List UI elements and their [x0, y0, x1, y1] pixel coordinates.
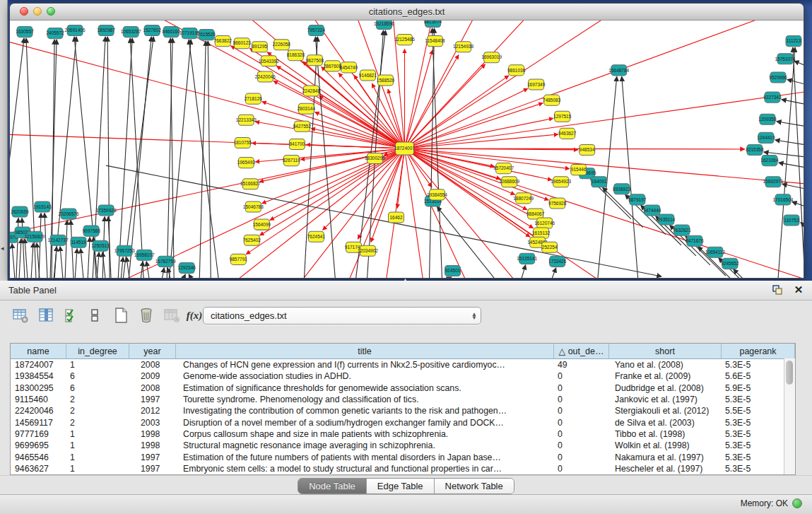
teal-node[interactable]: 16648784: [608, 65, 629, 76]
yellow-node[interactable]: 9146821: [359, 70, 377, 81]
table-vertical-scrollbar[interactable]: [784, 358, 795, 474]
yellow-node[interactable]: 11548408: [425, 36, 445, 47]
yellow-node[interactable]: 9756928: [548, 198, 567, 209]
yellow-node[interactable]: 10543392: [259, 56, 279, 66]
teal-node[interactable]: 9474444: [643, 205, 661, 216]
table-row[interactable]: 911546021997Tourette syndrome. Phenomeno…: [11, 394, 795, 405]
tab-edge-table[interactable]: Edge Table: [367, 479, 435, 493]
yellow-node[interactable]: 948534: [579, 144, 595, 155]
teal-node[interactable]: 1527602: [143, 25, 162, 36]
panel-collapse-arrow-icon[interactable]: ◂: [1, 245, 4, 252]
function-builder-icon[interactable]: f(x): [185, 306, 204, 325]
teal-node[interactable]: 1733426: [548, 256, 567, 267]
yellow-node[interactable]: 12213343: [236, 115, 257, 125]
teal-node[interactable]: 1292346: [178, 262, 196, 273]
yellow-node[interactable]: 9827508: [306, 55, 324, 66]
yellow-node[interactable]: 15720407: [493, 163, 514, 174]
yellow-node[interactable]: 1697349: [527, 79, 546, 90]
teal-node[interactable]: 164091: [592, 177, 607, 187]
teal-node[interactable]: 1630557: [16, 27, 34, 37]
teal-node[interactable]: 20206576: [59, 209, 79, 219]
yellow-node[interactable]: 12154938: [453, 42, 473, 52]
column-header-3[interactable]: title: [176, 344, 554, 358]
float-panel-icon[interactable]: [771, 284, 784, 296]
teal-node[interactable]: 1244419: [757, 132, 775, 143]
yellow-node[interactable]: 12125486: [394, 35, 415, 45]
teal-node[interactable]: 9097588: [82, 226, 100, 236]
teal-node[interactable]: 16958107: [134, 250, 155, 260]
yellow-node[interactable]: 915446: [571, 165, 587, 175]
network-view-window[interactable]: citations_edges.txt 16305572405572206914…: [9, 3, 804, 279]
yellow-node[interactable]: 18300295: [365, 153, 385, 164]
column-header-4[interactable]: △ out_de…: [554, 344, 609, 358]
table-selector-dropdown[interactable]: citations_edges.txt ▲▼: [203, 307, 481, 325]
teal-node[interactable]: 924501: [445, 265, 461, 276]
memory-status-indicator[interactable]: [792, 498, 802, 508]
yellow-node[interactable]: 16120746: [534, 218, 555, 228]
table-row[interactable]: 1456911722003Disruption of a novel membe…: [11, 416, 795, 428]
teal-node[interactable]: 8215358: [746, 144, 764, 155]
yellow-node[interactable]: 1588520: [377, 75, 395, 86]
tab-network-table[interactable]: Network Table: [435, 479, 514, 493]
teal-node[interactable]: 17016504: [773, 194, 794, 205]
yellow-node[interactable]: 15046788: [243, 201, 264, 212]
teal-node[interactable]: 2935114: [657, 214, 675, 225]
yellow-node[interactable]: 19654923: [551, 177, 571, 187]
teal-node[interactable]: 1621064: [760, 156, 779, 166]
new-column-icon[interactable]: [112, 306, 130, 325]
yellow-node[interactable]: 891295: [252, 42, 267, 52]
table-row[interactable]: 1830029562008Estimation of significance …: [11, 382, 795, 394]
teal-node[interactable]: 10654112: [705, 247, 726, 257]
row-selection-icon[interactable]: [62, 306, 81, 325]
teal-node[interactable]: 7957224: [307, 25, 326, 36]
teal-node[interactable]: 15751074: [775, 54, 796, 64]
delete-column-icon[interactable]: [137, 306, 155, 325]
yellow-node[interactable]: 10688609: [499, 177, 519, 187]
teal-node[interactable]: 10653287: [121, 27, 141, 37]
column-header-5[interactable]: short: [609, 344, 722, 358]
teal-node[interactable]: 12142737: [48, 235, 69, 245]
teal-node[interactable]: 8466160: [163, 27, 181, 37]
yellow-node[interactable]: 7485083: [543, 95, 561, 105]
teal-node[interactable]: 9245652: [721, 258, 739, 269]
table-row[interactable]: 969969511998Structural magnetic resonanc…: [11, 440, 795, 451]
teal-node[interactable]: 17957253: [114, 245, 135, 256]
tab-node-table[interactable]: Node Table: [298, 479, 367, 493]
yellow-node[interactable]: 9463627: [558, 128, 577, 139]
yellow-node[interactable]: 8186328: [287, 50, 305, 61]
teal-node[interactable]: 12156829: [25, 231, 45, 242]
teal-node[interactable]: 19218596: [374, 21, 394, 30]
yellow-node[interactable]: 8427552: [293, 121, 312, 132]
yellow-node[interactable]: 8267110: [283, 156, 300, 166]
yellow-node[interactable]: 15166827: [240, 179, 261, 189]
yellow-node[interactable]: 2803144: [298, 103, 316, 114]
teal-node[interactable]: 8471676: [686, 235, 704, 246]
table-row[interactable]: 946554611997Estimation of the future num…: [11, 451, 795, 462]
teal-node[interactable]: 1209358: [758, 114, 777, 124]
yellow-node[interactable]: 16963019: [481, 52, 502, 63]
yellow-node[interactable]: 7625402: [243, 235, 261, 245]
citation-network-graph[interactable]: 1630557240557220691406189298710653287152…: [10, 21, 804, 278]
table-options-icon[interactable]: [11, 306, 30, 325]
table-row[interactable]: 946362711997Embryonic stem cells: a mode…: [11, 463, 795, 474]
yellow-node[interactable]: 1297515: [553, 111, 572, 122]
teal-node[interactable]: 17359928: [96, 205, 117, 216]
yellow-node[interactable]: 2226058: [273, 40, 291, 50]
table-row[interactable]: 1872400712008Changes of HCN gene express…: [11, 359, 795, 370]
column-header-2[interactable]: year: [129, 344, 176, 358]
teal-node[interactable]: 8938923: [613, 184, 631, 194]
teal-node[interactable]: 2405572: [46, 28, 64, 39]
yellow-node[interactable]: 18724007: [394, 142, 415, 155]
yellow-node[interactable]: 16462: [388, 212, 404, 223]
yellow-node[interactable]: 2242848: [302, 86, 321, 96]
yellow-node[interactable]: 2867608: [324, 61, 342, 71]
teal-node[interactable]: 110753: [784, 215, 799, 226]
yellow-node[interactable]: 2718126: [245, 93, 263, 104]
control-panel-collapsed-strip[interactable]: ◂: [0, 0, 8, 281]
teal-node[interactable]: 16782759: [155, 256, 176, 267]
yellow-node[interactable]: 22420046: [255, 71, 276, 82]
teal-node[interactable]: 1250513: [91, 240, 110, 251]
teal-node[interactable]: 6879197: [628, 194, 647, 205]
teal-node[interactable]: 9529966: [769, 72, 787, 83]
yellow-node[interactable]: 7663822: [214, 36, 233, 47]
